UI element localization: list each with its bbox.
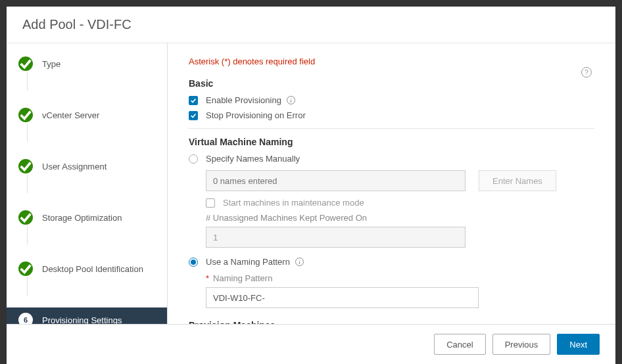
- previous-button[interactable]: Previous: [492, 334, 551, 355]
- help-icon[interactable]: ?: [581, 67, 592, 78]
- use-pattern-label: Use a Naming Pattern: [206, 257, 290, 267]
- divider: [189, 128, 594, 129]
- cancel-button[interactable]: Cancel: [434, 334, 485, 355]
- start-maintenance-checkbox[interactable]: [206, 198, 215, 208]
- step-number-icon: 6: [18, 313, 33, 324]
- naming-pattern-input[interactable]: [206, 287, 479, 308]
- section-provision-title: Provision Machines: [189, 320, 594, 324]
- stop-on-error-label: Stop Provisioning on Error: [206, 110, 306, 120]
- required-note: Asterisk (*) denotes required field: [189, 57, 594, 66]
- info-icon[interactable]: i: [295, 258, 304, 266]
- wizard-sidebar[interactable]: Type vCenter Server User Assignment Stor…: [7, 43, 168, 324]
- naming-pattern-label: Naming Pattern: [213, 273, 272, 283]
- use-pattern-row: Use a Naming Pattern i: [189, 257, 594, 267]
- enter-names-button: Enter Names: [479, 170, 556, 191]
- enable-provisioning-label: Enable Provisioning: [206, 95, 281, 105]
- check-icon: [18, 210, 33, 225]
- stop-on-error-checkbox[interactable]: [189, 111, 198, 120]
- step-storage-optimization[interactable]: Storage Optimization: [7, 205, 167, 230]
- check-icon: [18, 262, 33, 276]
- unassigned-label: # Unassigned Machines Kept Powered On: [206, 213, 594, 223]
- names-entered-input: [206, 170, 466, 191]
- modal-footer: Cancel Previous Next: [7, 324, 615, 364]
- section-naming-title: Virtual Machine Naming: [189, 137, 594, 147]
- modal-body: Type vCenter Server User Assignment Stor…: [7, 43, 615, 324]
- specify-manually-row: Specify Names Manually: [189, 154, 594, 164]
- content-panel[interactable]: Asterisk (*) denotes required field ? Ba…: [168, 43, 615, 324]
- specify-manually-label: Specify Names Manually: [206, 154, 300, 164]
- modal-title: Add Pool - VDI-FC: [22, 17, 600, 32]
- unassigned-input: [206, 227, 466, 248]
- specify-manually-radio[interactable]: [189, 154, 198, 164]
- modal-header: Add Pool - VDI-FC: [7, 7, 615, 43]
- step-type[interactable]: Type: [7, 51, 167, 76]
- stop-on-error-row: Stop Provisioning on Error: [189, 110, 594, 120]
- enable-provisioning-checkbox[interactable]: [189, 96, 198, 105]
- add-pool-modal: Add Pool - VDI-FC Type vCenter Server Us…: [7, 7, 615, 364]
- use-pattern-radio[interactable]: [189, 258, 198, 267]
- check-icon: [18, 108, 33, 122]
- step-user-assignment[interactable]: User Assignment: [7, 154, 167, 179]
- start-maintenance-label: Start machines in maintenance mode: [223, 198, 364, 208]
- step-provisioning-settings[interactable]: 6 Provisioning Settings: [7, 307, 167, 324]
- enable-provisioning-row: Enable Provisioning i: [189, 95, 594, 105]
- step-desktop-pool-identification[interactable]: Desktop Pool Identification: [7, 256, 167, 281]
- check-icon: [18, 159, 33, 173]
- step-vcenter-server[interactable]: vCenter Server: [7, 102, 167, 127]
- check-icon: [18, 57, 33, 71]
- info-icon[interactable]: i: [287, 96, 295, 104]
- next-button[interactable]: Next: [557, 334, 600, 355]
- section-basic-title: Basic: [189, 78, 594, 89]
